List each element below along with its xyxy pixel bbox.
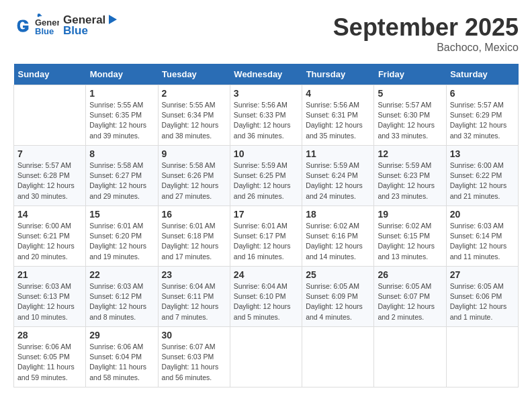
location-subtitle: Bachoco, Mexico [333, 42, 519, 54]
day-number: 12 [378, 148, 442, 159]
day-info: Sunrise: 6:05 AMSunset: 6:09 PMDaylight:… [306, 281, 370, 322]
day-number: 25 [306, 269, 370, 280]
day-info: Sunrise: 5:57 AMSunset: 6:30 PMDaylight:… [378, 100, 442, 141]
day-number: 3 [234, 88, 298, 99]
calendar-cell: 23Sunrise: 6:04 AMSunset: 6:11 PMDayligh… [158, 267, 230, 327]
logo: General Blue General Blue [13, 13, 119, 38]
day-header-monday: Monday [86, 64, 158, 85]
calendar-week-row: 1Sunrise: 5:55 AMSunset: 6:35 PMDaylight… [14, 85, 519, 146]
day-number: 26 [378, 269, 442, 280]
day-info: Sunrise: 5:56 AMSunset: 6:33 PMDaylight:… [234, 100, 298, 141]
calendar-cell: 24Sunrise: 6:04 AMSunset: 6:10 PMDayligh… [230, 267, 302, 327]
day-info: Sunrise: 6:05 AMSunset: 6:07 PMDaylight:… [378, 281, 442, 322]
calendar-cell: 27Sunrise: 6:05 AMSunset: 6:06 PMDayligh… [446, 267, 518, 327]
day-number: 17 [234, 209, 298, 220]
calendar-cell: 7Sunrise: 5:57 AMSunset: 6:28 PMDaylight… [14, 146, 86, 206]
day-number: 5 [378, 88, 442, 99]
svg-text:Blue: Blue [35, 26, 54, 36]
calendar-cell [374, 327, 446, 387]
calendar-cell: 1Sunrise: 5:55 AMSunset: 6:35 PMDaylight… [86, 85, 158, 146]
day-info: Sunrise: 6:04 AMSunset: 6:11 PMDaylight:… [162, 281, 226, 322]
day-info: Sunrise: 6:05 AMSunset: 6:06 PMDaylight:… [450, 281, 515, 322]
page-header: General Blue General Blue September 2025… [13, 13, 519, 54]
day-number: 20 [450, 209, 515, 220]
title-section: September 2025 Bachoco, Mexico [333, 13, 519, 54]
calendar-cell: 8Sunrise: 5:58 AMSunset: 6:27 PMDaylight… [86, 146, 158, 206]
calendar-cell: 22Sunrise: 6:03 AMSunset: 6:12 PMDayligh… [86, 267, 158, 327]
logo-icon [13, 16, 32, 35]
calendar-cell: 18Sunrise: 6:02 AMSunset: 6:16 PMDayligh… [302, 206, 374, 267]
day-number: 13 [450, 148, 515, 159]
day-number: 9 [162, 148, 226, 159]
day-number: 16 [162, 209, 226, 220]
calendar-cell: 10Sunrise: 5:59 AMSunset: 6:25 PMDayligh… [230, 146, 302, 206]
day-header-sunday: Sunday [14, 64, 86, 85]
day-info: Sunrise: 6:07 AMSunset: 6:03 PMDaylight:… [162, 342, 226, 383]
day-number: 14 [17, 209, 82, 220]
day-info: Sunrise: 6:00 AMSunset: 6:21 PMDaylight:… [17, 221, 82, 262]
calendar-header-row: SundayMondayTuesdayWednesdayThursdayFrid… [14, 64, 519, 85]
day-info: Sunrise: 5:55 AMSunset: 6:34 PMDaylight:… [162, 100, 226, 141]
day-number: 18 [306, 209, 370, 220]
calendar-week-row: 7Sunrise: 5:57 AMSunset: 6:28 PMDaylight… [14, 146, 519, 206]
day-header-friday: Friday [374, 64, 446, 85]
calendar-cell [446, 327, 518, 387]
calendar-cell: 16Sunrise: 6:01 AMSunset: 6:18 PMDayligh… [158, 206, 230, 267]
day-info: Sunrise: 5:56 AMSunset: 6:31 PMDaylight:… [306, 100, 370, 141]
calendar-cell: 28Sunrise: 6:06 AMSunset: 6:05 PMDayligh… [14, 327, 86, 387]
calendar-cell: 17Sunrise: 6:01 AMSunset: 6:17 PMDayligh… [230, 206, 302, 267]
day-number: 15 [89, 209, 154, 220]
day-number: 8 [89, 148, 154, 159]
day-number: 24 [234, 269, 298, 280]
day-info: Sunrise: 6:06 AMSunset: 6:05 PMDaylight:… [17, 342, 82, 383]
day-info: Sunrise: 6:02 AMSunset: 6:16 PMDaylight:… [306, 221, 370, 262]
day-info: Sunrise: 5:57 AMSunset: 6:28 PMDaylight:… [17, 161, 82, 201]
day-info: Sunrise: 5:58 AMSunset: 6:26 PMDaylight:… [162, 161, 226, 201]
day-header-wednesday: Wednesday [230, 64, 302, 85]
day-number: 23 [162, 269, 226, 280]
calendar-cell: 6Sunrise: 5:57 AMSunset: 6:29 PMDaylight… [446, 85, 518, 146]
day-info: Sunrise: 5:58 AMSunset: 6:27 PMDaylight:… [89, 161, 154, 201]
day-info: Sunrise: 6:03 AMSunset: 6:14 PMDaylight:… [450, 221, 515, 262]
calendar-cell: 11Sunrise: 5:59 AMSunset: 6:24 PMDayligh… [302, 146, 374, 206]
day-header-tuesday: Tuesday [158, 64, 230, 85]
calendar-cell: 15Sunrise: 6:01 AMSunset: 6:20 PMDayligh… [86, 206, 158, 267]
day-info: Sunrise: 5:55 AMSunset: 6:35 PMDaylight:… [89, 100, 154, 141]
day-info: Sunrise: 5:57 AMSunset: 6:29 PMDaylight:… [450, 100, 515, 141]
day-info: Sunrise: 6:01 AMSunset: 6:17 PMDaylight:… [234, 221, 298, 262]
calendar-cell: 25Sunrise: 6:05 AMSunset: 6:09 PMDayligh… [302, 267, 374, 327]
day-info: Sunrise: 6:06 AMSunset: 6:04 PMDaylight:… [89, 342, 154, 383]
calendar-cell: 5Sunrise: 5:57 AMSunset: 6:30 PMDaylight… [374, 85, 446, 146]
day-number: 30 [162, 330, 226, 340]
calendar-cell: 30Sunrise: 6:07 AMSunset: 6:03 PMDayligh… [158, 327, 230, 387]
day-info: Sunrise: 6:04 AMSunset: 6:10 PMDaylight:… [234, 281, 298, 322]
month-title: September 2025 [333, 13, 519, 42]
day-number: 4 [306, 88, 370, 99]
day-number: 22 [89, 269, 154, 280]
day-header-thursday: Thursday [302, 64, 374, 85]
calendar-week-row: 21Sunrise: 6:03 AMSunset: 6:13 PMDayligh… [14, 267, 519, 327]
day-info: Sunrise: 6:03 AMSunset: 6:13 PMDaylight:… [17, 281, 82, 322]
day-number: 19 [378, 209, 442, 220]
day-number: 21 [17, 269, 82, 280]
day-info: Sunrise: 6:00 AMSunset: 6:22 PMDaylight:… [450, 161, 515, 201]
day-info: Sunrise: 5:59 AMSunset: 6:25 PMDaylight:… [234, 161, 298, 201]
calendar-cell: 26Sunrise: 6:05 AMSunset: 6:07 PMDayligh… [374, 267, 446, 327]
day-info: Sunrise: 5:59 AMSunset: 6:24 PMDaylight:… [306, 161, 370, 201]
calendar-cell: 2Sunrise: 5:55 AMSunset: 6:34 PMDaylight… [158, 85, 230, 146]
day-number: 6 [450, 88, 515, 99]
day-number: 29 [89, 330, 154, 340]
day-info: Sunrise: 6:03 AMSunset: 6:12 PMDaylight:… [89, 281, 154, 322]
calendar-cell: 21Sunrise: 6:03 AMSunset: 6:13 PMDayligh… [14, 267, 86, 327]
day-info: Sunrise: 6:01 AMSunset: 6:20 PMDaylight:… [89, 221, 154, 262]
logo-flag-icon [107, 13, 119, 26]
calendar-cell: 9Sunrise: 5:58 AMSunset: 6:26 PMDaylight… [158, 146, 230, 206]
day-info: Sunrise: 5:59 AMSunset: 6:23 PMDaylight:… [378, 161, 442, 201]
day-header-saturday: Saturday [446, 64, 518, 85]
day-number: 11 [306, 148, 370, 159]
calendar-week-row: 14Sunrise: 6:00 AMSunset: 6:21 PMDayligh… [14, 206, 519, 267]
calendar-cell: 20Sunrise: 6:03 AMSunset: 6:14 PMDayligh… [446, 206, 518, 267]
logo-bird-icon: General Blue [35, 13, 59, 38]
day-number: 2 [162, 88, 226, 99]
day-number: 28 [17, 330, 82, 340]
